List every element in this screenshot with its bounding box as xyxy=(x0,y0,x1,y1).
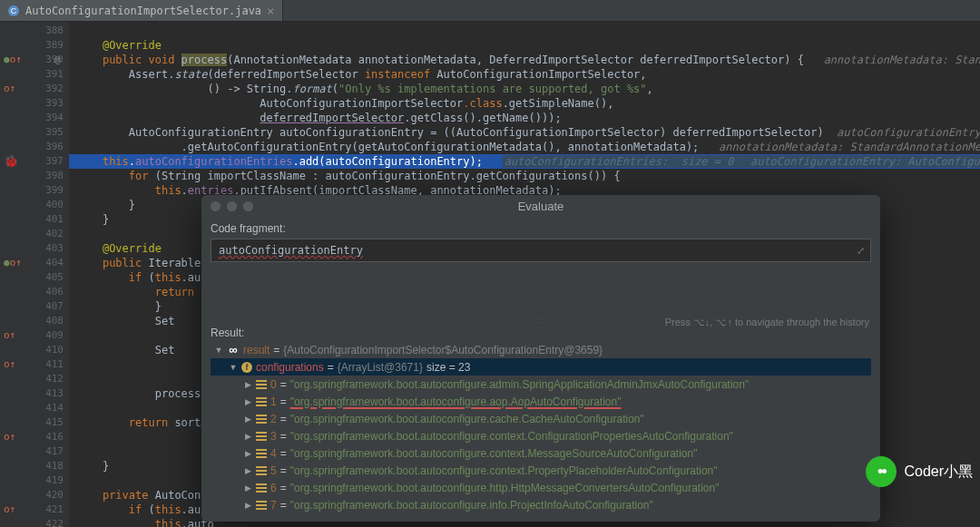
code-line[interactable] xyxy=(69,24,980,38)
gutter-line[interactable]: 400 xyxy=(0,198,69,212)
evaluate-dialog: Evaluate Code fragment: autoConfiguratio… xyxy=(201,195,880,522)
gutter-line[interactable]: 412 xyxy=(0,372,69,386)
gutter-line[interactable]: 389 xyxy=(0,38,69,53)
gutter-line[interactable]: 399 xyxy=(0,183,69,198)
editor-tab-bar: C AutoConfigurationImportSelector.java × xyxy=(0,0,980,22)
dialog-title: Evaluate xyxy=(201,200,880,213)
gutter-line[interactable]: o↑421 xyxy=(0,503,69,517)
code-line[interactable]: for (String importClassName : autoConfig… xyxy=(69,169,980,183)
code-line[interactable]: AutoConfigurationImportSelector.class.ge… xyxy=(69,96,980,111)
result-tree[interactable]: ▼∞result = {AutoConfigurationImportSelec… xyxy=(201,339,880,513)
gutter-line[interactable]: ●o↑390@ xyxy=(0,53,69,67)
gutter-line[interactable]: 414 xyxy=(0,401,69,415)
tree-node[interactable]: ▼∞result = {AutoConfigurationImportSelec… xyxy=(211,341,871,358)
code-line[interactable]: AutoConfigurationEntry autoConfiguration… xyxy=(69,125,980,140)
gutter-line[interactable]: 401 xyxy=(0,212,69,227)
dialog-titlebar[interactable]: Evaluate xyxy=(201,195,880,217)
java-class-icon: C xyxy=(7,5,20,17)
gutter-line[interactable]: 407 xyxy=(0,299,69,314)
gutter-line[interactable]: 391 xyxy=(0,67,69,82)
code-line[interactable]: .getAutoConfigurationEntry(getAutoConfig… xyxy=(69,140,980,154)
tree-node[interactable]: ▶ 7 = "org.springframework.boot.autoconf… xyxy=(211,496,871,513)
gutter-line[interactable]: 402 xyxy=(0,227,69,241)
svg-text:C: C xyxy=(11,6,17,15)
gutter-line[interactable]: 417 xyxy=(0,444,69,459)
code-line[interactable]: this.autoConfigurationEntries.add(autoCo… xyxy=(69,154,980,169)
gutter-line[interactable]: 🐞397 xyxy=(0,154,69,169)
gutter-line[interactable]: 406 xyxy=(0,285,69,299)
gutter-line[interactable]: 388 xyxy=(0,24,69,38)
gutter-line[interactable]: o↑392 xyxy=(0,82,69,96)
tree-node[interactable]: ▶ 4 = "org.springframework.boot.autoconf… xyxy=(211,444,871,462)
watermark-text: Coder小黑 xyxy=(904,463,973,482)
tree-node[interactable]: ▼f configurations = {ArrayList@3671} siz… xyxy=(211,358,871,376)
gutter-line[interactable]: 398 xyxy=(0,169,69,183)
gutter-line[interactable]: o↑416 xyxy=(0,430,69,444)
gutter-line[interactable]: 393 xyxy=(0,96,69,111)
gutter-line[interactable]: 410 xyxy=(0,343,69,357)
gutter-line[interactable]: o↑409 xyxy=(0,328,69,343)
tree-node[interactable]: ▶ 1 = "org.springframework.boot.autoconf… xyxy=(211,393,871,410)
gutter-line[interactable]: 395 xyxy=(0,125,69,140)
fragment-text: autoConfigurationEntry xyxy=(219,244,363,257)
code-line[interactable]: deferredImportSelector.getClass().getNam… xyxy=(69,111,980,125)
code-line[interactable]: Assert.state(deferredImportSelector inst… xyxy=(69,67,980,82)
gutter-line[interactable]: 419 xyxy=(0,473,69,488)
gutter-line[interactable]: 422 xyxy=(0,517,69,527)
gutter-line[interactable]: 405 xyxy=(0,270,69,285)
code-line[interactable]: @Override xyxy=(69,38,980,53)
gutter-line[interactable]: 415 xyxy=(0,415,69,430)
tree-node[interactable]: ▶ 6 = "org.springframework.boot.autoconf… xyxy=(211,479,871,496)
tree-node[interactable]: ▶ 0 = "org.springframework.boot.autoconf… xyxy=(211,376,871,393)
tab-filename: AutoConfigurationImportSelector.java xyxy=(25,5,261,17)
watermark: •• Coder小黑 xyxy=(866,456,973,487)
code-line[interactable]: public void process(AnnotationMetadata a… xyxy=(69,53,980,67)
gutter-line[interactable]: 413 xyxy=(0,386,69,401)
gutter-line[interactable]: 394 xyxy=(0,111,69,125)
gutter-line[interactable]: 396 xyxy=(0,140,69,154)
close-icon[interactable]: × xyxy=(267,4,274,18)
gutter-line[interactable]: 418 xyxy=(0,459,69,473)
gutter-line[interactable]: 420 xyxy=(0,488,69,503)
code-fragment-input[interactable]: autoConfigurationEntry ⤢ xyxy=(211,239,871,262)
line-number-gutter: 388389●o↑390@391o↑392393394395396🐞397398… xyxy=(0,22,69,527)
tree-node[interactable]: ▶ 5 = "org.springframework.boot.autoconf… xyxy=(211,462,871,479)
gutter-line[interactable]: ●o↑404 xyxy=(0,256,69,270)
tree-node[interactable]: ▶ 3 = "org.springframework.boot.autoconf… xyxy=(211,427,871,444)
expand-icon[interactable]: ⤢ xyxy=(857,245,865,257)
gutter-line[interactable]: 403 xyxy=(0,241,69,256)
gutter-line[interactable]: 408 xyxy=(0,314,69,328)
tree-node[interactable]: ▶ 2 = "org.springframework.boot.autoconf… xyxy=(211,410,871,427)
gutter-line[interactable]: o↑411 xyxy=(0,357,69,372)
code-line[interactable]: () -> String.format("Only %s implementat… xyxy=(69,82,980,96)
fragment-label: Code fragment: xyxy=(201,217,880,239)
editor-tab-active[interactable]: C AutoConfigurationImportSelector.java × xyxy=(0,0,283,21)
wechat-icon: •• xyxy=(866,456,897,487)
